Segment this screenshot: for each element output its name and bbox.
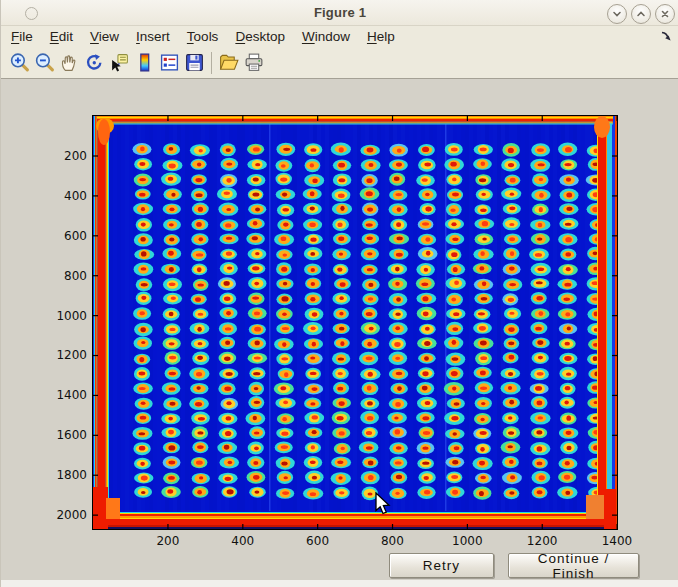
toolbar-pan-button[interactable] bbox=[57, 50, 81, 76]
insert-legend-icon bbox=[159, 52, 180, 73]
y-tick-label: 1600 bbox=[53, 428, 87, 442]
axes-box bbox=[92, 115, 618, 530]
y-tick-label: 1000 bbox=[53, 309, 87, 323]
menu-item-mnemonic: V bbox=[90, 29, 99, 44]
toolbar-colorbar-button[interactable] bbox=[132, 50, 156, 76]
toolbar-save-figure-button[interactable] bbox=[182, 50, 206, 76]
y-tick-label: 1200 bbox=[53, 348, 87, 362]
y-tick-label: 1800 bbox=[53, 468, 87, 482]
menu-item-mnemonic: F bbox=[11, 29, 19, 44]
print-figure-icon bbox=[243, 52, 265, 73]
chevron-down-icon bbox=[612, 9, 622, 19]
window-bottom-edge bbox=[1, 580, 678, 587]
toolbar-zoom-out-button[interactable] bbox=[32, 50, 56, 76]
x-tick-label: 1000 bbox=[445, 534, 489, 548]
toolbar-rotate-3d-button[interactable] bbox=[82, 50, 106, 76]
menu-item-tools[interactable]: Tools bbox=[187, 29, 219, 44]
menu-item-label: esktop bbox=[245, 29, 285, 44]
menu-item-label: indow bbox=[315, 29, 350, 44]
menu-item-mnemonic: E bbox=[50, 29, 59, 44]
x-tick-label: 800 bbox=[370, 534, 414, 548]
y-tick-label: 2000 bbox=[53, 508, 87, 522]
y-tick-label: 1400 bbox=[53, 388, 87, 402]
toolbar-open-file-button[interactable] bbox=[217, 50, 241, 76]
menu-item-mnemonic: W bbox=[302, 29, 315, 44]
menu-item-edit[interactable]: Edit bbox=[50, 29, 73, 44]
save-figure-icon bbox=[184, 52, 205, 73]
retry-button[interactable]: Retry bbox=[389, 553, 494, 578]
continue-finish-button[interactable]: Continue / Finish bbox=[508, 553, 639, 578]
menu-item-mnemonic: H bbox=[367, 29, 377, 44]
x-tick-label: 400 bbox=[221, 534, 265, 548]
pan-icon bbox=[59, 52, 80, 73]
zoom-in-icon bbox=[9, 52, 30, 73]
x-tick-label: 600 bbox=[296, 534, 340, 548]
menu-item-label: iew bbox=[99, 29, 119, 44]
menu-item-label: ools bbox=[194, 29, 219, 44]
menu-item-view[interactable]: View bbox=[90, 29, 119, 44]
menu-item-desktop[interactable]: Desktop bbox=[235, 29, 285, 44]
toolbar-separator bbox=[211, 52, 212, 74]
rotate-3d-icon bbox=[84, 52, 105, 73]
toolbar-print-figure-button[interactable] bbox=[242, 50, 266, 76]
menu-item-file[interactable]: File bbox=[11, 29, 33, 44]
window-title: Figure 1 bbox=[1, 5, 678, 20]
chevron-up-icon bbox=[636, 9, 646, 19]
toolbar bbox=[1, 47, 678, 79]
menu-item-label: elp bbox=[377, 29, 395, 44]
y-tick-label: 600 bbox=[53, 229, 87, 243]
dock-figure-icon[interactable] bbox=[660, 30, 673, 43]
close-icon bbox=[660, 9, 670, 19]
x-tick-label: 200 bbox=[146, 534, 190, 548]
close-button[interactable] bbox=[655, 4, 675, 24]
titlebar: Figure 1 bbox=[1, 0, 678, 26]
y-tick-label: 400 bbox=[53, 189, 87, 203]
toolbar-insert-legend-button[interactable] bbox=[157, 50, 181, 76]
y-tick-label: 200 bbox=[53, 149, 87, 163]
zoom-out-icon bbox=[34, 52, 55, 73]
figure-canvas-area: Retry Continue / Finish 2004006008001000… bbox=[1, 79, 678, 580]
maximize-button[interactable] bbox=[631, 4, 651, 24]
menu-item-label: ile bbox=[19, 29, 33, 44]
toolbar-zoom-in-button[interactable] bbox=[7, 50, 31, 76]
menu-item-mnemonic: T bbox=[187, 29, 194, 44]
menubar: FileEditViewInsertToolsDesktopWindowHelp bbox=[1, 26, 678, 47]
menu-item-label: nsert bbox=[140, 29, 170, 44]
figure-window: Figure 1 FileEditViewInsertToolsDesktopW… bbox=[0, 0, 678, 587]
menu-item-window[interactable]: Window bbox=[302, 29, 350, 44]
menu-item-label: dit bbox=[59, 29, 73, 44]
data-cursor-icon bbox=[109, 52, 130, 73]
toolbar-data-cursor-button[interactable] bbox=[107, 50, 131, 76]
colorbar-icon bbox=[134, 52, 155, 73]
heatmap-image[interactable] bbox=[93, 116, 617, 529]
x-tick-label: 1200 bbox=[520, 534, 564, 548]
y-tick-label: 800 bbox=[53, 269, 87, 283]
x-tick-label: 1400 bbox=[595, 534, 639, 548]
menu-item-help[interactable]: Help bbox=[367, 29, 395, 44]
open-file-icon bbox=[218, 52, 240, 73]
menu-item-mnemonic: D bbox=[235, 29, 245, 44]
menu-item-insert[interactable]: Insert bbox=[136, 29, 170, 44]
minimize-button[interactable] bbox=[607, 4, 627, 24]
